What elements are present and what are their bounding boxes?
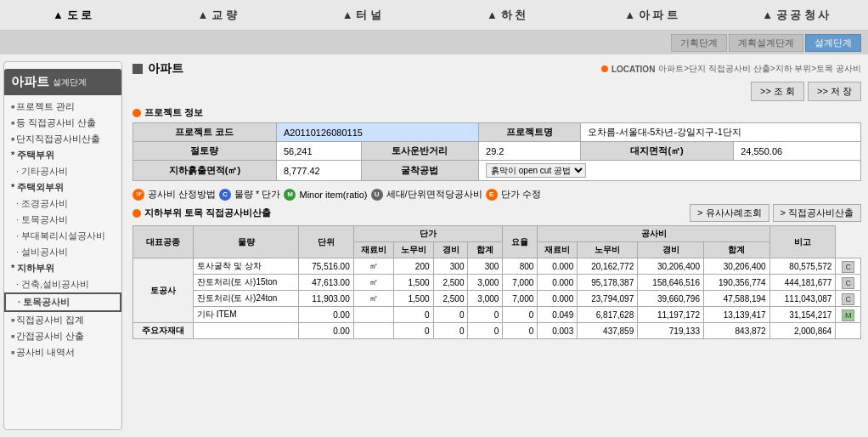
sidebar-subtitle: 설계단계 — [53, 77, 87, 88]
nav-tunnel[interactable]: ▲ 터 널 — [290, 1, 434, 30]
table-cell: 300 — [468, 258, 503, 275]
th-unit-price: 단가 — [353, 226, 503, 242]
th-cost-total: 합계 — [703, 242, 769, 258]
sidebar-item-facilities[interactable]: · 부대복리시설공사비 — [4, 228, 121, 244]
th-main-type: 대표공종 — [133, 226, 194, 258]
sub-section-row: 지하부위 토목 직접공사비산출 > 유사사례조회 > 직접공사비산출 — [132, 204, 861, 222]
table-cell: 0 — [433, 323, 468, 339]
table-cell: 0.00 — [299, 323, 353, 339]
direct-cost-button[interactable]: > 직접공사비산출 — [773, 204, 861, 222]
table-cell: 300 — [433, 258, 468, 275]
category-cell: 토공사 — [133, 258, 194, 323]
m-badge: M — [842, 309, 855, 321]
table-cell: 843,872 — [703, 323, 769, 339]
sidebar-item-cost-detail[interactable]: 공사비 내역서 — [4, 344, 121, 360]
save-button[interactable]: >> 저 장 — [808, 82, 861, 101]
tab-planning[interactable]: 기획단계 — [671, 34, 727, 52]
table-cell: 2,500 — [433, 275, 468, 291]
sidebar-item-direct-total[interactable]: 직접공사비 집계 — [4, 312, 121, 328]
nav-river[interactable]: ▲ 하 천 — [434, 1, 578, 30]
table-cell: ㎥ — [353, 258, 393, 275]
cutting-value: 흙막이 open cut 공법 — [479, 161, 861, 181]
sidebar-item-indirect-cost[interactable]: 간접공사비 산출 — [4, 328, 121, 344]
sidebar-title-text: 아파트 — [11, 74, 49, 90]
location-bar: LOCATION 아파트>단지 직접공사비 산출>지하 부위>토목 공사비 — [601, 63, 861, 75]
table-cell: 1,500 — [393, 275, 433, 291]
nav-bridge[interactable]: ▲ 교 량 — [144, 1, 289, 30]
th-quantity: 물량 — [193, 226, 298, 258]
table-cell: 437,859 — [578, 323, 638, 339]
table-cell: 기타 ITEM — [193, 307, 298, 323]
content-area: 아파트 LOCATION 아파트>단지 직접공사비 산출>지하 부위>토목 공사… — [126, 54, 868, 437]
c-badge: C — [842, 277, 854, 289]
action-buttons: >> 조 회 >> 저 장 — [132, 82, 861, 101]
underground-value: 8,777.42 — [276, 161, 361, 181]
table-cell: 1,500 — [393, 291, 433, 307]
table-cell: 0.000 — [538, 275, 578, 291]
main-layout: 아파트 설계단계 프로젝트 관리 등 직접공사비 산출 단지직접공사비산출 * … — [0, 54, 868, 437]
transport-label: 토사운반거리 — [361, 142, 478, 161]
cutting-method-select[interactable]: 흙막이 open cut 공법 — [486, 163, 586, 178]
similar-case-button[interactable]: > 유사사례조회 — [690, 204, 769, 222]
project-info-table: 프로젝트 코드 A20110126080115 프로젝트명 오차름-서울대-5차… — [132, 122, 861, 181]
sub-section-label: 지하부위 토목 직접공사비산출 — [144, 207, 271, 219]
table-cell: 13,139,417 — [703, 307, 769, 323]
unit-cost-label: 세대/단위면적당공사비 — [386, 188, 482, 201]
table-cell: 0 — [393, 323, 433, 339]
table-cell: 0.000 — [538, 258, 578, 275]
table-cell: 23,794,097 — [578, 291, 638, 307]
table-cell: 95,178,387 — [578, 275, 638, 291]
sub-section-dot — [132, 209, 141, 218]
sidebar-item-project[interactable]: 프로젝트 관리 — [4, 99, 121, 115]
table-cell: 0.049 — [538, 307, 578, 323]
nav-road[interactable]: ▲ 도 로 — [0, 1, 144, 30]
view-button[interactable]: >> 조 회 — [751, 82, 804, 101]
table-cell: 20,162,772 — [578, 258, 638, 275]
nav-apartment[interactable]: ▲ 아 파 트 — [578, 1, 723, 30]
sidebar-item-civil-underground[interactable]: · 토목공사비 — [4, 292, 121, 312]
site-value: 24,550.06 — [734, 142, 861, 161]
sidebar-title: 아파트 설계단계 — [4, 69, 121, 95]
sidebar-item-arch-equipment[interactable]: · 건축,설비공사비 — [4, 276, 121, 292]
site-label: 대지면적(㎡) — [581, 142, 734, 161]
table-cell: ㎥ — [353, 275, 393, 291]
tab-design[interactable]: 설계단계 — [805, 34, 861, 52]
table-cell: 0.000 — [538, 291, 578, 307]
th-labor: 노무비 — [393, 242, 433, 258]
sub-section-title: 지하부위 토목 직접공사비산출 — [132, 207, 271, 219]
sidebar-item-direct-cost[interactable]: 등 직접공사비 산출 — [4, 115, 121, 131]
stage-tabs: 기획단계 계획설계단계 설계단계 — [0, 31, 868, 54]
cutting-label: 굴착공법 — [361, 161, 478, 181]
table-cell: 31,154,217 — [769, 307, 836, 323]
table-cell: 190,356,774 — [703, 275, 769, 291]
table-cell: 0 — [468, 307, 503, 323]
table-cell: 719,133 — [638, 323, 704, 339]
unit-cost-icon: U — [371, 189, 383, 201]
table-cell — [353, 307, 393, 323]
sidebar-item-complex-cost[interactable]: 단지직접공사비산출 — [4, 131, 121, 147]
th-note: 비고 — [769, 226, 836, 258]
sidebar-item-civil[interactable]: · 토목공사비 — [4, 212, 121, 228]
th-material: 재료비 — [353, 242, 393, 258]
quantity-label: 물량 * 단가 — [234, 188, 280, 201]
table-cell: 30,206,400 — [638, 258, 704, 275]
sidebar-item-other-cost[interactable]: · 기타공사비 — [4, 163, 121, 179]
nav-public[interactable]: ▲ 공 공 청 사 — [724, 1, 868, 30]
table-cell: 11,197,172 — [638, 307, 704, 323]
table-cell: 30,206,400 — [703, 258, 769, 275]
th-cost-material: 재료비 — [538, 242, 578, 258]
sidebar-item-equipment[interactable]: · 설비공사비 — [4, 244, 121, 260]
project-info-title: 프로젝트 정보 — [132, 106, 861, 119]
sidebar-section-exterior: * 주택외부위 — [4, 179, 121, 196]
table-cell: 2,500 — [433, 291, 468, 307]
tab-basic-design[interactable]: 계획설계단계 — [729, 34, 803, 52]
top-navigation: ▲ 도 로 ▲ 교 량 ▲ 터 널 ▲ 하 천 ▲ 아 파 트 ▲ 공 공 청 … — [0, 0, 868, 31]
c-badge: C — [842, 261, 854, 273]
sidebar-menu: 프로젝트 관리 등 직접공사비 산출 단지직접공사비산출 * 주택부위 · 기타… — [4, 95, 121, 364]
table-cell: 토사굴착 및 상차 — [193, 258, 298, 275]
table-cell: 잔토처리(토 사)15ton — [193, 275, 298, 291]
table-cell: 0 — [503, 323, 538, 339]
table-cell: 47,613.00 — [299, 275, 353, 291]
calc-method-label: 공사비 산정방법 — [148, 188, 216, 201]
sidebar-item-landscape[interactable]: · 조경공사비 — [4, 196, 121, 212]
